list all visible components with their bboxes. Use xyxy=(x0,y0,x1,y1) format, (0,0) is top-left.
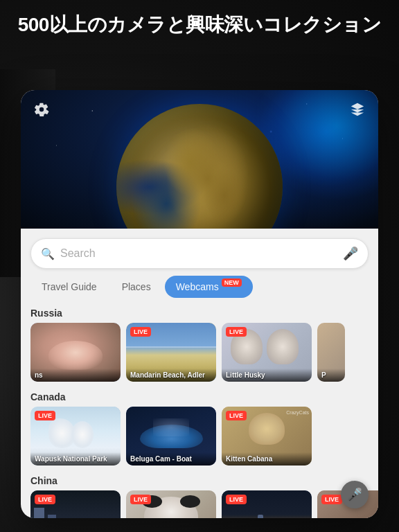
section-russia: Russia xyxy=(21,305,378,323)
mic-float-button[interactable]: 🎤 xyxy=(341,481,369,508)
camera-card[interactable]: Beluga Cam - Boat xyxy=(126,407,216,466)
globe-header xyxy=(21,90,378,229)
camera-name: Beluga Cam - Boat xyxy=(126,452,216,466)
live-badge: LIVE xyxy=(226,495,247,504)
page-title: 500以上のカメラと興味深いコレクション xyxy=(14,12,385,37)
camera-name: ns xyxy=(30,369,121,382)
section-canada: Canada xyxy=(21,389,378,407)
camera-name: Mandarin Beach, Adler xyxy=(126,369,216,382)
live-badge: LIVE xyxy=(130,495,151,504)
camera-card[interactable]: LIVE xyxy=(222,490,312,518)
overlay-text: CrazyCats xyxy=(286,410,309,415)
search-input[interactable]: Search xyxy=(60,247,343,260)
tabs-row: Travel Guide Places WebcamsNEW xyxy=(30,276,369,298)
live-badge: LIVE xyxy=(321,495,342,504)
live-badge: LIVE xyxy=(35,495,55,504)
tab-places[interactable]: Places xyxy=(111,276,162,298)
tab-webcams[interactable]: WebcamsNEW xyxy=(165,276,253,298)
layers-icon xyxy=(350,102,365,117)
china-cameras-row: LIVE LIVE LIVE LIVE xyxy=(21,490,378,518)
camera-card[interactable]: ns xyxy=(30,323,121,382)
camera-name: P xyxy=(317,369,345,382)
section-china: China xyxy=(21,472,378,490)
gear-icon xyxy=(34,102,49,117)
camera-card[interactable]: CrazyCats LIVE Kitten Cabana xyxy=(222,407,312,466)
live-badge: LIVE xyxy=(226,411,247,420)
layers-button[interactable] xyxy=(346,98,369,121)
camera-card[interactable]: LIVE Little Husky xyxy=(222,323,312,382)
camera-name: Little Husky xyxy=(222,369,312,382)
camera-card[interactable]: LIVE xyxy=(30,490,121,518)
russia-cameras-row: ns LIVE Mandarin Beach, Adler LIVE Littl… xyxy=(21,323,378,382)
scroll-content[interactable]: 🔍 Search 🎤 Travel Guide Places WebcamsNE… xyxy=(21,229,378,518)
settings-button[interactable] xyxy=(30,98,53,121)
tab-travel-guide[interactable]: Travel Guide xyxy=(30,276,108,298)
camera-name: Wapusk National Park xyxy=(30,452,121,466)
camera-card[interactable]: LIVE xyxy=(126,490,216,518)
live-badge: LIVE xyxy=(130,327,151,337)
search-icon: 🔍 xyxy=(41,247,55,260)
mic-float-icon: 🎤 xyxy=(347,487,362,502)
camera-name: Kitten Cabana xyxy=(222,452,312,466)
live-badge: LIVE xyxy=(35,411,55,420)
search-bar[interactable]: 🔍 Search 🎤 xyxy=(30,238,369,269)
main-card: 🔍 Search 🎤 Travel Guide Places WebcamsNE… xyxy=(21,90,378,518)
camera-card[interactable]: LIVE Mandarin Beach, Adler xyxy=(126,323,216,382)
new-badge: NEW xyxy=(222,278,242,287)
camera-card[interactable]: LIVE Wapusk National Park xyxy=(30,407,121,466)
live-badge: LIVE xyxy=(226,327,247,337)
mic-icon[interactable]: 🎤 xyxy=(343,246,358,261)
canada-cameras-row: LIVE Wapusk National Park Beluga Cam - B… xyxy=(21,407,378,466)
page-header: 500以上のカメラと興味深いコレクション xyxy=(0,12,399,37)
camera-card[interactable]: P xyxy=(317,323,345,382)
